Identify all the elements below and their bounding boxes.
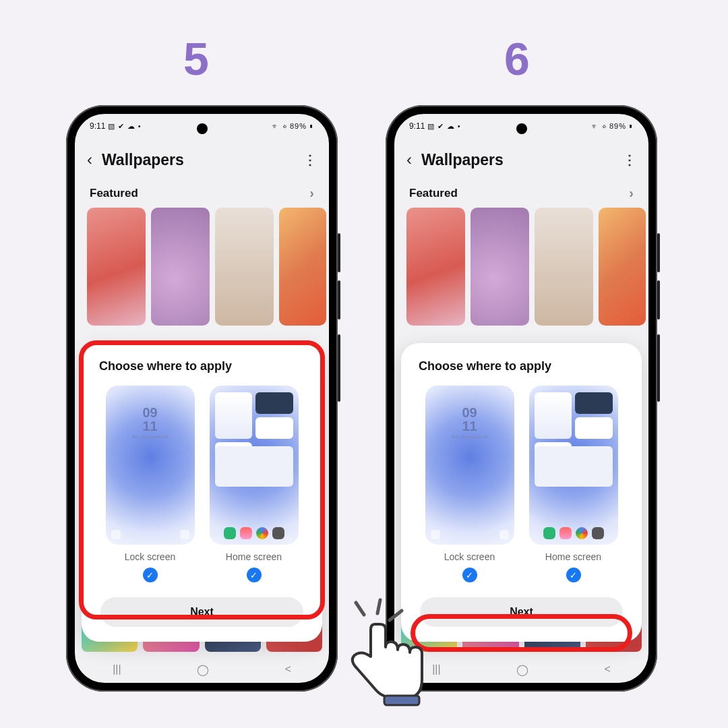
option-lock-screen[interactable]: 09 11 Thu, September 28 Lock screen ✓	[104, 386, 196, 582]
phone-mockup-step-5: 9:11 ▧ ✔ ☁ • ᯤ ⊘ 89% ▮ ‹ Wallpapers ⋮ Fe…	[66, 105, 338, 692]
nav-home-icon[interactable]: ◯	[516, 663, 528, 676]
option-home-screen[interactable]: Home screen ✓	[528, 386, 619, 582]
tap-hand-icon	[342, 611, 437, 712]
check-icon[interactable]: ✓	[462, 568, 477, 582]
svg-line-0	[356, 603, 364, 615]
home-screen-preview	[529, 386, 618, 545]
nav-back-icon[interactable]: <	[604, 663, 610, 676]
featured-thumbnails[interactable]	[394, 208, 648, 326]
svg-rect-3	[384, 696, 419, 705]
option-lock-screen[interactable]: 09 11 Thu, September 28 Lock screen ✓	[424, 386, 516, 582]
featured-header[interactable]: Featured ›	[394, 181, 648, 208]
wallpaper-thumb[interactable]	[406, 208, 465, 326]
check-icon[interactable]: ✓	[247, 568, 262, 582]
wallpaper-thumb[interactable]	[599, 208, 646, 326]
apply-sheet: Choose where to apply 09 11 Thu, Septemb…	[82, 343, 322, 642]
app-bar: ‹ Wallpapers ⋮	[394, 138, 648, 181]
nav-recents-icon[interactable]: |||	[113, 663, 121, 676]
home-screen-label: Home screen	[545, 551, 601, 562]
home-screen-label: Home screen	[226, 551, 282, 562]
lock-screen-preview: 09 11 Thu, September 28	[106, 386, 195, 545]
lock-screen-preview: 09 11 Thu, September 28	[425, 386, 514, 545]
camera-notch	[197, 123, 208, 134]
wallpaper-thumb[interactable]	[471, 208, 529, 326]
apply-sheet: Choose where to apply 09 11 Thu, Septemb…	[401, 343, 642, 642]
svg-line-2	[390, 611, 402, 620]
next-button[interactable]: Next	[420, 597, 623, 627]
lock-screen-label: Lock screen	[444, 551, 495, 562]
more-icon[interactable]: ⋮	[623, 152, 636, 168]
back-icon[interactable]: ‹	[406, 150, 412, 169]
check-icon[interactable]: ✓	[143, 568, 158, 582]
nav-bar[interactable]: ||| ◯ <	[75, 663, 329, 676]
step-number-5: 5	[183, 32, 209, 85]
chevron-right-icon: ›	[629, 185, 634, 201]
nav-home-icon[interactable]: ◯	[197, 663, 209, 676]
nav-back-icon[interactable]: <	[284, 663, 291, 676]
svg-line-1	[377, 600, 380, 613]
next-button[interactable]: Next	[100, 597, 303, 627]
camera-notch	[516, 123, 527, 134]
home-screen-preview	[210, 386, 299, 545]
phone-mockup-step-6: 9:11 ▧ ✔ ☁ • ᯤ ⊘ 89% ▮ ‹ Wallpapers ⋮ Fe…	[386, 105, 657, 692]
sheet-title: Choose where to apply	[419, 359, 624, 373]
check-icon[interactable]: ✓	[566, 568, 581, 582]
step-number-6: 6	[504, 32, 530, 85]
sheet-title: Choose where to apply	[99, 359, 305, 373]
page-title: Wallpapers	[421, 151, 613, 169]
wallpaper-thumb[interactable]	[535, 208, 593, 326]
option-home-screen[interactable]: Home screen ✓	[208, 386, 300, 582]
lock-screen-label: Lock screen	[125, 551, 175, 562]
